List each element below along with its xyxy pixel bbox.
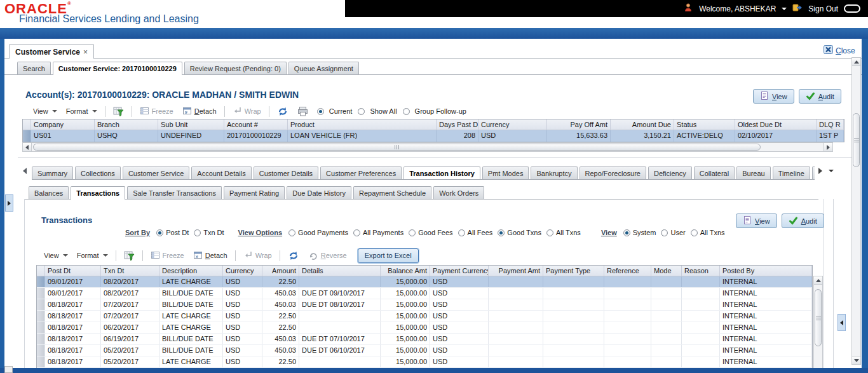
col-balance-amt[interactable]: Balance Amt bbox=[381, 266, 430, 276]
account-row[interactable]: US01 USHQ UNDEFINED 20170100010229 LOAN … bbox=[23, 130, 844, 142]
opt-good-payments[interactable]: Good Payments bbox=[298, 229, 348, 236]
workspace-tab-customer-service[interactable]: Customer Service× bbox=[9, 44, 94, 59]
col-amount[interactable]: Amount bbox=[262, 266, 299, 276]
transaction-row[interactable]: 08/18/2017 07/20/2017 LATE CHARGE USD 22… bbox=[37, 311, 812, 322]
tab-close-icon[interactable]: × bbox=[83, 48, 88, 57]
row-selector[interactable] bbox=[37, 299, 45, 310]
radio-icon[interactable] bbox=[498, 229, 505, 236]
tab-cross-up-sell[interactable]: Cross/Up Sell bbox=[812, 166, 815, 179]
tab-balances[interactable]: Balances bbox=[29, 186, 69, 199]
account-grid-hscrollbar[interactable] bbox=[22, 142, 833, 152]
col-sub-unit[interactable]: Sub Unit bbox=[158, 119, 224, 130]
service-tabs-scroll-right[interactable] bbox=[818, 168, 834, 174]
tab-pmt-modes[interactable]: Pmt Modes bbox=[482, 166, 529, 179]
radio-icon[interactable] bbox=[194, 229, 201, 236]
radio-icon[interactable] bbox=[546, 229, 553, 236]
view-system[interactable]: System bbox=[633, 229, 656, 236]
tab-review-request[interactable]: Review Request (Pending: 0) bbox=[184, 62, 287, 74]
tab-repayment-schedule[interactable]: Repayment Schedule bbox=[353, 186, 431, 199]
service-tabs-scroll-left[interactable] bbox=[23, 168, 27, 174]
account-view-menu[interactable]: View bbox=[33, 107, 57, 115]
export-to-excel-button[interactable]: Export to Excel bbox=[358, 248, 419, 263]
refresh-icon[interactable] bbox=[277, 106, 288, 117]
tab-work-orders[interactable]: Work Orders bbox=[433, 186, 484, 199]
tab-customer-service[interactable]: Customer Service bbox=[123, 166, 189, 179]
transactions-freeze-button[interactable]: Freeze bbox=[151, 250, 184, 261]
account-audit-button[interactable]: Audit bbox=[799, 89, 841, 104]
tab-collections[interactable]: Collections bbox=[75, 166, 121, 179]
row-selector[interactable] bbox=[37, 322, 45, 333]
refresh-icon[interactable] bbox=[288, 250, 299, 261]
row-selector[interactable] bbox=[37, 288, 45, 299]
row-selector[interactable] bbox=[37, 311, 45, 322]
col-product[interactable]: Product bbox=[288, 119, 437, 130]
col-currency[interactable]: Currency bbox=[223, 266, 262, 276]
transactions-view-menu[interactable]: View bbox=[44, 252, 68, 259]
tab-account-details[interactable]: Account Details bbox=[191, 166, 251, 179]
row-selector[interactable] bbox=[37, 276, 45, 287]
sort-post-dt[interactable]: Post Dt bbox=[166, 229, 189, 236]
opt-all-fees[interactable]: All Fees bbox=[468, 229, 493, 236]
tab-collateral[interactable]: Collateral bbox=[694, 166, 735, 179]
transaction-row[interactable]: 09/01/2017 08/20/2017 BILL/DUE DATE USD … bbox=[37, 288, 812, 299]
transactions-detach-button[interactable]: Detach bbox=[193, 250, 227, 261]
transaction-row[interactable]: 08/18/2017 07/20/2017 BILL/DUE DATE USD … bbox=[37, 299, 812, 311]
opt-good-fees[interactable]: Good Fees bbox=[418, 229, 452, 236]
opt-all-payments[interactable]: All Payments bbox=[363, 229, 403, 236]
col-days-past-due[interactable]: Days Past Due bbox=[437, 119, 478, 130]
col-account-number[interactable]: Account # bbox=[224, 119, 288, 130]
tab-queue-assignment[interactable]: Queue Assignment bbox=[288, 62, 359, 74]
query-by-example-icon[interactable] bbox=[124, 250, 135, 261]
col-currency[interactable]: Currency bbox=[478, 119, 547, 130]
col-post-dt[interactable]: Post Dt bbox=[45, 266, 101, 276]
col-oldest-due-dt[interactable]: Oldest Due Dt bbox=[735, 119, 817, 130]
account-view-button[interactable]: View bbox=[753, 89, 794, 104]
col-description[interactable]: Description bbox=[159, 266, 223, 276]
tab-transaction-history[interactable]: Transaction History bbox=[403, 166, 480, 179]
tab-search[interactable]: Search bbox=[17, 62, 51, 74]
tab-timeline[interactable]: Timeline bbox=[773, 166, 810, 179]
col-pay-off-amt[interactable]: Pay Off Amt bbox=[547, 119, 611, 130]
transactions-view-button[interactable]: View bbox=[736, 214, 777, 228]
tab-payment-rating[interactable]: Payment Rating bbox=[224, 186, 285, 199]
view-user[interactable]: User bbox=[670, 229, 685, 236]
left-splitter-expand-handle[interactable] bbox=[5, 194, 13, 212]
opt-good-txns[interactable]: Good Txns bbox=[507, 229, 541, 236]
scroll-up-icon[interactable] bbox=[814, 276, 822, 285]
transaction-row[interactable]: 08/18/2017 06/20/2017 LATE CHARGE USD 22… bbox=[37, 322, 812, 334]
account-freeze-button[interactable]: Freeze bbox=[140, 106, 173, 117]
sort-txn-dt[interactable]: Txn Dt bbox=[203, 229, 224, 236]
radio-icon[interactable] bbox=[156, 229, 163, 236]
transaction-row[interactable]: 08/18/2017 05/20/2017 LATE CHARGE USD 22… bbox=[37, 356, 812, 368]
col-posted-by[interactable]: Posted By bbox=[720, 266, 812, 276]
account-wrap-button[interactable]: Wrap bbox=[233, 106, 261, 116]
row-selector[interactable] bbox=[37, 334, 45, 344]
view-all-txns[interactable]: All Txns bbox=[700, 229, 725, 236]
col-status[interactable]: Status bbox=[674, 119, 735, 130]
radio-icon[interactable] bbox=[288, 229, 295, 236]
sign-out-link[interactable]: Sign Out bbox=[808, 4, 838, 13]
tab-repo-foreclosure[interactable]: Repo/Foreclosure bbox=[580, 166, 646, 179]
tab-transactions[interactable]: Transactions bbox=[71, 186, 125, 199]
scroll-up-icon[interactable] bbox=[852, 58, 860, 66]
tab-overflow-menu-icon[interactable] bbox=[829, 170, 834, 172]
scroll-down-icon[interactable] bbox=[852, 356, 860, 364]
transactions-reverse-button[interactable]: Reverse bbox=[308, 250, 347, 261]
print-icon[interactable] bbox=[297, 106, 308, 116]
row-selector[interactable] bbox=[23, 130, 31, 142]
col-payment-amt[interactable]: Payment Amt bbox=[489, 266, 543, 276]
radio-icon[interactable] bbox=[623, 229, 630, 236]
filter-radio-group-follow-up[interactable]: Group Follow-up bbox=[403, 107, 471, 115]
col-reference[interactable]: Reference bbox=[604, 266, 651, 276]
col-branch[interactable]: Branch bbox=[95, 119, 158, 130]
transaction-row[interactable]: 08/18/2017 05/20/2017 BILL/DUE DATE USD … bbox=[37, 345, 812, 356]
filter-radio-show-all[interactable]: Show All bbox=[358, 107, 402, 115]
col-payment-type[interactable]: Payment Type bbox=[543, 266, 604, 276]
col-txn-dt[interactable]: Txn Dt bbox=[101, 266, 159, 276]
account-format-menu[interactable]: Format bbox=[66, 107, 97, 115]
filter-radio-current[interactable]: Current bbox=[317, 107, 358, 115]
tab-customer-service-account[interactable]: Customer Service: 20170100010229 bbox=[53, 62, 182, 74]
hscroll-thumb[interactable] bbox=[33, 144, 761, 151]
chevron-down-icon[interactable] bbox=[782, 8, 787, 10]
radio-icon[interactable] bbox=[353, 229, 360, 236]
